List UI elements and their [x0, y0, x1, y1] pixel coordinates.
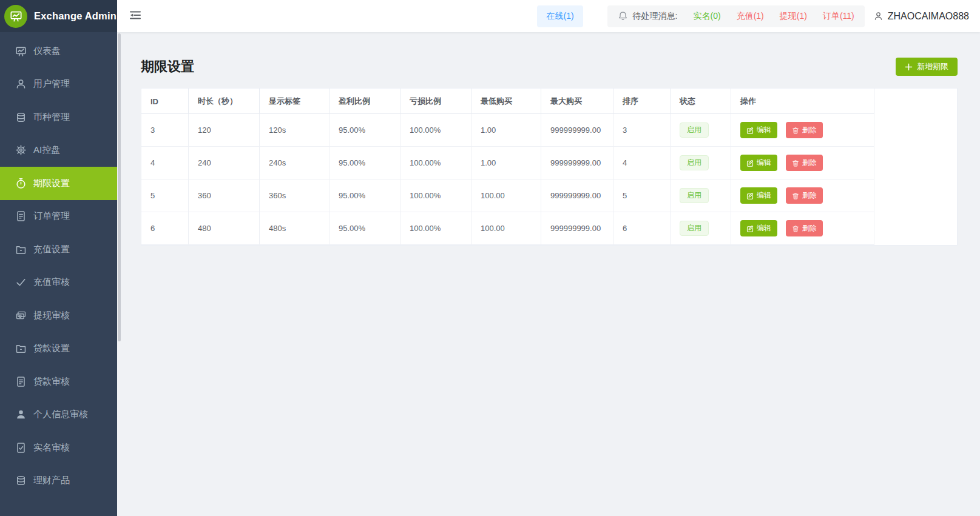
sidebar-item-period-settings[interactable]: 期限设置	[0, 167, 117, 200]
cell-duration: 360	[189, 179, 260, 212]
sidebar-item-label: 贷款审核	[33, 376, 70, 387]
filler-cell	[874, 147, 957, 179]
status-badge: 启用	[680, 122, 709, 137]
notice-link-withdraw[interactable]: 提现(1)	[780, 11, 807, 22]
cell-profit-ratio: 95.00%	[329, 147, 400, 179]
cell-sort: 4	[613, 147, 671, 179]
cell-actions: 编辑 删除	[731, 179, 874, 212]
cell-loss-ratio: 100.00%	[400, 147, 471, 179]
chart-board-icon	[4, 5, 27, 28]
add-period-button[interactable]: 新增期限	[896, 58, 958, 76]
period-table: ID 时长（秒） 显示标签 盈利比例 亏损比例 最低购买 最大购买	[141, 89, 957, 245]
edit-button[interactable]: 编辑	[740, 155, 777, 171]
chart-board-icon	[15, 45, 27, 57]
cell-min-buy: 1.00	[471, 114, 541, 147]
cell-loss-ratio: 100.00%	[400, 179, 471, 212]
notice-head: 待处理消息:	[618, 11, 678, 22]
edit-icon	[746, 127, 754, 134]
cell-display-label: 240s	[260, 147, 329, 179]
filler-header-cell	[874, 89, 957, 114]
sidebar-item-label: 充值设置	[33, 244, 70, 255]
coins-icon	[15, 112, 27, 123]
person-icon	[873, 11, 884, 21]
sidebar-item-withdraw-review[interactable]: 提现审核	[0, 299, 117, 332]
sidebar-item-label: AI控盘	[33, 144, 60, 156]
column-header: 排序	[613, 89, 671, 114]
document-icon	[15, 210, 27, 222]
sidebar-item-dashboard[interactable]: 仪表盘	[0, 35, 117, 68]
plus-icon	[905, 63, 913, 71]
sidebar-item-wealth-products[interactable]: 理财产品	[0, 464, 117, 498]
delete-button[interactable]: 删除	[786, 187, 823, 204]
cell-sort: 3	[613, 114, 671, 147]
username: ZHAOCAIMAO888	[888, 11, 969, 22]
sidebar-item-recharge-settings[interactable]: 充值设置	[0, 233, 117, 266]
cell-actions: 编辑 删除	[731, 212, 874, 245]
table-row: 3 120 120s 95.00% 100.00% 1.00 999999999…	[141, 114, 957, 147]
delete-button[interactable]: 删除	[786, 220, 823, 236]
cell-id: 3	[141, 114, 189, 147]
notice-link-orders[interactable]: 订单(11)	[823, 11, 854, 22]
sidebar-item-label: 用户管理	[33, 78, 70, 90]
sidebar-item-label: 期限设置	[33, 178, 70, 189]
table-row: 5 360 360s 95.00% 100.00% 100.00 9999999…	[141, 179, 957, 212]
delete-button[interactable]: 删除	[786, 122, 823, 138]
column-header: 亏损比例	[400, 89, 471, 114]
cell-max-buy: 999999999.00	[541, 179, 613, 212]
sidebar-item-ai-control[interactable]: AI控盘	[0, 134, 117, 167]
trash-icon	[792, 225, 799, 232]
cell-duration: 120	[189, 114, 260, 147]
stopwatch-icon	[15, 178, 27, 189]
person-solid-icon	[15, 409, 27, 420]
sidebar-item-label: 仪表盘	[33, 45, 61, 57]
cell-min-buy: 1.00	[471, 147, 541, 179]
status-badge: 启用	[680, 221, 709, 235]
cell-max-buy: 999999999.00	[541, 147, 613, 179]
sidebar-item-order-management[interactable]: 订单管理	[0, 200, 117, 233]
cell-actions: 编辑 删除	[731, 147, 874, 179]
sidebar-item-loan-settings[interactable]: 贷款设置	[0, 332, 117, 366]
notice-link-recharge[interactable]: 充值(1)	[737, 11, 764, 22]
doc-check-icon	[15, 442, 27, 454]
column-header: 最大购买	[541, 89, 613, 114]
online-badge[interactable]: 在线(1)	[537, 5, 583, 27]
cell-display-label: 120s	[260, 114, 329, 147]
folder-icon	[15, 343, 27, 354]
notice-label: 待处理消息:	[633, 11, 678, 22]
cell-display-label: 360s	[260, 179, 329, 212]
sidebar-item-realname-review[interactable]: 实名审核	[0, 431, 117, 464]
column-header: 最低购买	[471, 89, 541, 114]
delete-button[interactable]: 删除	[786, 155, 823, 171]
edit-button[interactable]: 编辑	[740, 122, 777, 138]
user-icon	[15, 78, 27, 90]
sidebar-item-recharge-review[interactable]: 充值审核	[0, 266, 117, 300]
cell-id: 6	[141, 212, 189, 245]
sidebar-item-user-management[interactable]: 用户管理	[0, 68, 117, 101]
sidebar-item-loan-review[interactable]: 贷款审核	[0, 365, 117, 398]
sidebar-item-label: 实名审核	[33, 442, 70, 454]
sidebar-scrollbar-thumb[interactable]	[118, 33, 121, 341]
page-title: 期限设置	[141, 58, 194, 76]
column-header: 时长（秒）	[189, 89, 260, 114]
cell-status: 启用	[671, 179, 731, 212]
table-row: 4 240 240s 95.00% 100.00% 1.00 999999999…	[141, 147, 957, 179]
cell-status: 启用	[671, 114, 731, 147]
notice-link-realname[interactable]: 实名(0)	[694, 11, 721, 22]
content-area: 期限设置 新增期限 ID 时长（秒）	[117, 32, 980, 516]
cell-min-buy: 100.00	[471, 179, 541, 212]
sidebar-item-label: 提现审核	[33, 310, 70, 321]
menu-fold-button[interactable]	[129, 9, 143, 24]
trash-icon	[792, 159, 799, 167]
column-header: 盈利比例	[329, 89, 400, 114]
edit-button[interactable]: 编辑	[740, 187, 777, 204]
sidebar-item-currency-management[interactable]: 币种管理	[0, 101, 117, 134]
cell-id: 5	[141, 179, 189, 212]
user-menu[interactable]: ZHAOCAIMAO888	[873, 11, 969, 22]
app-logo: Exchange Admin	[0, 0, 117, 32]
edit-button[interactable]: 编辑	[740, 220, 777, 236]
sidebar-item-profile-review[interactable]: 个人信息审核	[0, 398, 117, 432]
period-table-card: ID 时长（秒） 显示标签 盈利比例 亏损比例 最低购买 最大购买	[141, 88, 958, 246]
app-title: Exchange Admin	[34, 10, 117, 22]
cell-id: 4	[141, 147, 189, 179]
table-header-row: ID 时长（秒） 显示标签 盈利比例 亏损比例 最低购买 最大购买	[141, 89, 957, 114]
